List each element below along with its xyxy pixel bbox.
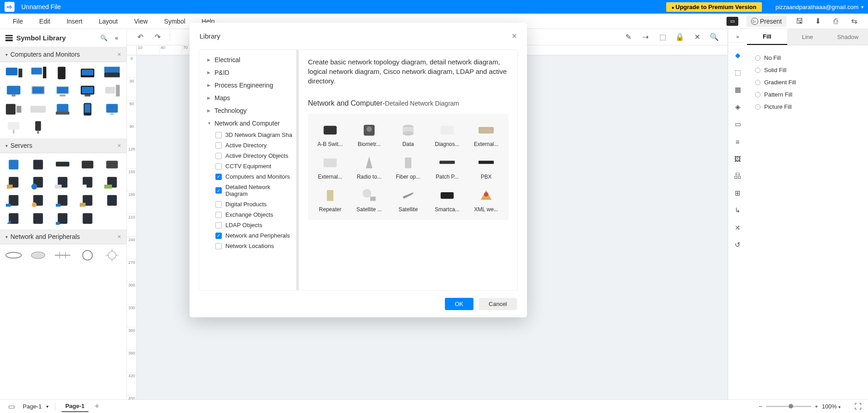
- collapse-panel-icon[interactable]: «: [112, 34, 121, 41]
- zoom-out-icon[interactable]: −: [759, 403, 762, 410]
- tools-icon[interactable]: ✕: [692, 32, 702, 42]
- symbol-item[interactable]: [27, 174, 49, 190]
- checkbox-icon[interactable]: [215, 142, 222, 149]
- tree-subcategory[interactable]: Detailed Network Diagram: [203, 182, 296, 199]
- connector-tool-icon[interactable]: ↳: [733, 206, 742, 215]
- preview-item[interactable]: Diagnos...: [429, 121, 465, 147]
- preview-item[interactable]: XML we...: [468, 186, 504, 213]
- category-servers[interactable]: ▾ Servers ×: [0, 138, 127, 153]
- symbol-item[interactable]: [27, 65, 49, 81]
- symbol-item[interactable]: [52, 192, 73, 209]
- preview-item[interactable]: Radio to...: [351, 154, 387, 180]
- symbol-item[interactable]: [3, 192, 24, 209]
- symbol-item[interactable]: [77, 192, 98, 209]
- user-menu[interactable]: pizzaandparathaaa@gmail.com: [775, 4, 863, 10]
- category-network-peripherals[interactable]: ▾ Network and Peripherals ×: [0, 229, 127, 244]
- history-tool-icon[interactable]: ↺: [733, 240, 742, 249]
- symbol-item[interactable]: [27, 83, 49, 99]
- symbol-item[interactable]: [77, 156, 98, 172]
- checkbox-icon[interactable]: [215, 187, 222, 194]
- symbol-item[interactable]: [27, 192, 49, 209]
- radio-pattern-fill[interactable]: Pattern Fill: [755, 88, 860, 101]
- redo-icon[interactable]: ↷: [152, 32, 162, 42]
- tree-subcategory[interactable]: Exchange Objects: [203, 209, 296, 220]
- symbol-item[interactable]: [27, 156, 49, 172]
- search-icon[interactable]: 🔍: [99, 34, 108, 41]
- crop-icon[interactable]: ⬚: [658, 32, 668, 42]
- app-logo[interactable]: ⇨: [5, 2, 15, 12]
- menu-file[interactable]: File: [5, 14, 31, 29]
- symbol-item[interactable]: [3, 119, 24, 136]
- checkbox-icon[interactable]: [215, 233, 222, 239]
- zoom-slider[interactable]: [766, 406, 811, 407]
- page-layout-icon[interactable]: ▭: [6, 402, 16, 412]
- checkbox-icon[interactable]: [215, 222, 222, 228]
- symbol-item[interactable]: [3, 65, 24, 81]
- tree-subcategory[interactable]: Network and Peripherals: [203, 230, 296, 241]
- close-category-icon[interactable]: ×: [117, 51, 121, 58]
- symbol-item[interactable]: [101, 247, 123, 263]
- layers-tool-icon[interactable]: ◈: [733, 102, 742, 112]
- grid-tool-icon[interactable]: ▦: [733, 85, 742, 94]
- table-tool-icon[interactable]: ⊞: [733, 189, 742, 198]
- present-button[interactable]: Present: [746, 16, 786, 27]
- preview-item[interactable]: External...: [312, 154, 348, 180]
- menu-insert[interactable]: Insert: [59, 14, 91, 29]
- preview-item[interactable]: Fiber op...: [390, 154, 426, 180]
- hierarchy-tool-icon[interactable]: 品: [733, 171, 742, 180]
- tree-subcategory[interactable]: CCTV Equipment: [203, 161, 296, 171]
- checkbox-icon[interactable]: [215, 212, 222, 218]
- symbol-item[interactable]: [77, 174, 98, 190]
- expand-panel-icon[interactable]: »: [728, 34, 747, 43]
- tree-subcategory[interactable]: Active Directory Objects: [203, 151, 296, 161]
- radio-gradient-fill[interactable]: Gradient Fill: [755, 76, 860, 88]
- radio-no-fill[interactable]: No Fill: [755, 52, 860, 64]
- preview-item[interactable]: External...: [468, 121, 504, 147]
- symbol-item[interactable]: [101, 65, 123, 81]
- share-icon[interactable]: ⇆: [849, 16, 859, 26]
- save-icon[interactable]: 🖫: [795, 16, 805, 26]
- menu-symbol[interactable]: Symbol: [156, 14, 194, 29]
- shape-tool-icon[interactable]: ⬚: [733, 68, 742, 77]
- symbol-item[interactable]: [77, 65, 98, 81]
- symbol-item[interactable]: [101, 156, 123, 172]
- preview-item[interactable]: Biometr...: [351, 121, 387, 147]
- symbol-item[interactable]: [3, 210, 24, 227]
- checkbox-icon[interactable]: [215, 132, 222, 138]
- page-selector[interactable]: Page-1▾: [23, 403, 49, 410]
- close-modal-icon[interactable]: ×: [512, 31, 517, 41]
- zoom-value[interactable]: 100% ▾: [822, 403, 841, 410]
- symbol-item[interactable]: [77, 101, 98, 117]
- symbol-item[interactable]: [101, 174, 123, 190]
- tree-category[interactable]: ▶Technology: [203, 104, 296, 117]
- symbol-item[interactable]: [101, 101, 123, 117]
- print-icon[interactable]: ⎙: [831, 16, 841, 26]
- tab-shadow[interactable]: Shadow: [828, 29, 868, 45]
- tree-category[interactable]: ▶Maps: [203, 92, 296, 104]
- tree-subcategory[interactable]: Active Directory: [203, 140, 296, 151]
- download-icon[interactable]: ⬇: [813, 16, 823, 26]
- page-tab[interactable]: Page-1: [62, 401, 88, 412]
- symbol-item[interactable]: [3, 101, 24, 117]
- symbol-item[interactable]: [52, 83, 73, 99]
- symbol-item[interactable]: [27, 247, 49, 263]
- symbol-item[interactable]: [27, 101, 49, 117]
- tree-subcategory[interactable]: Network Locations: [203, 241, 296, 251]
- data-tool-icon[interactable]: ≡: [733, 137, 742, 146]
- shuffle-tool-icon[interactable]: ⤨: [733, 223, 742, 232]
- close-category-icon[interactable]: ×: [117, 142, 121, 149]
- symbol-item[interactable]: [3, 247, 24, 263]
- preview-item[interactable]: Satellite ...: [351, 186, 387, 213]
- checkbox-icon[interactable]: [215, 163, 222, 170]
- symbol-item[interactable]: [77, 210, 98, 227]
- symbol-item[interactable]: [101, 83, 123, 99]
- symbol-item[interactable]: [101, 192, 123, 209]
- tree-category[interactable]: ▶Electrical: [203, 53, 296, 66]
- tab-fill[interactable]: Fill: [747, 29, 787, 45]
- symbol-item[interactable]: [27, 119, 49, 136]
- symbol-item[interactable]: [3, 174, 24, 190]
- tree-category[interactable]: ▼Network and Computer: [203, 117, 296, 130]
- checkbox-icon[interactable]: [215, 201, 222, 208]
- symbol-item[interactable]: [52, 174, 73, 190]
- preview-item[interactable]: Data: [390, 121, 426, 147]
